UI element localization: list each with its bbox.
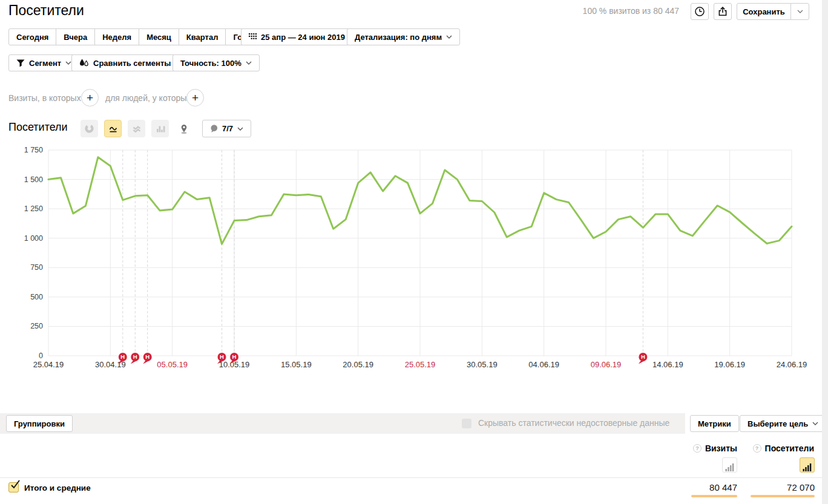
totals-visits-value: 80 447 <box>709 482 737 493</box>
hide-unreliable-checkbox[interactable] <box>462 419 472 428</box>
mini-bars-icon <box>725 463 734 472</box>
svg-text:H: H <box>641 353 645 360</box>
add-visits-filter-button[interactable]: + <box>81 89 99 106</box>
vertical-scrollbar[interactable] <box>822 0 828 504</box>
svg-text:25.05.19: 25.05.19 <box>405 360 436 369</box>
period-tab-today[interactable]: Сегодня <box>8 28 56 45</box>
page-title: Посетители <box>8 2 84 19</box>
period-tabs: Сегодня Вчера Неделя Месяц Квартал Год <box>8 28 255 45</box>
chart-type-area-button[interactable] <box>128 120 145 137</box>
people-filter-label: для людей, у которых <box>105 93 191 103</box>
date-range-button[interactable]: 25 апр — 24 июн 2019 <box>241 28 353 45</box>
totals-row-checkbox[interactable] <box>8 482 19 493</box>
segment-dropdown[interactable]: Сегмент <box>8 54 79 71</box>
comment-bubble-icon <box>210 125 218 133</box>
visits-chart-toggle[interactable] <box>722 457 737 473</box>
svg-text:19.06.19: 19.06.19 <box>714 360 745 369</box>
svg-text:0: 0 <box>39 352 43 360</box>
chart-title: Посетители <box>8 121 68 134</box>
svg-text:H: H <box>145 353 150 360</box>
visitors-chart-toggle[interactable] <box>800 457 815 473</box>
column-header-visits[interactable]: ? Визиты <box>693 443 737 453</box>
save-button[interactable]: Сохранить <box>737 3 791 20</box>
svg-text:750: 750 <box>30 263 43 272</box>
map-pin-icon <box>179 124 189 134</box>
visitors-share-bar <box>751 495 815 497</box>
svg-text:1 750: 1 750 <box>24 146 43 154</box>
svg-text:1 000: 1 000 <box>24 234 43 243</box>
checkmark-icon <box>10 480 21 489</box>
period-tab-month[interactable]: Месяц <box>139 28 179 45</box>
svg-text:09.06.19: 09.06.19 <box>591 360 622 369</box>
export-button[interactable] <box>714 3 732 20</box>
chart-type-columns-button[interactable] <box>151 120 169 137</box>
hide-unreliable-label: Скрывать статистически недостоверные дан… <box>478 418 669 428</box>
plus-icon: + <box>192 91 199 105</box>
stacked-area-icon <box>132 124 142 133</box>
share-icon <box>717 6 728 17</box>
metrics-button[interactable]: Метрики <box>690 415 739 432</box>
pie-chart-icon <box>85 124 94 133</box>
svg-text:25.04.19: 25.04.19 <box>33 360 64 369</box>
help-icon[interactable]: ? <box>693 444 702 453</box>
funnel-icon <box>16 59 25 67</box>
column-chart-icon <box>156 125 165 133</box>
svg-text:1 500: 1 500 <box>24 175 43 184</box>
metrica-visitors-report: Посетители 100 % визитов из 80 447 Сохра… <box>0 0 828 504</box>
svg-text:20.05.19: 20.05.19 <box>343 360 373 369</box>
chart-type-pie-button[interactable] <box>80 120 98 137</box>
visits-share-bar <box>691 495 737 497</box>
period-tab-week[interactable]: Неделя <box>94 28 139 45</box>
annotations-dropdown[interactable]: 7/7 <box>202 120 251 137</box>
svg-text:H: H <box>232 353 237 360</box>
divider <box>0 477 828 478</box>
svg-text:1 250: 1 250 <box>24 205 43 213</box>
svg-text:05.05.19: 05.05.19 <box>157 360 188 369</box>
period-tab-yesterday[interactable]: Вчера <box>56 28 95 45</box>
chevron-down-icon <box>446 35 452 39</box>
plus-icon: + <box>87 91 93 105</box>
map-view-button[interactable] <box>175 120 192 138</box>
help-icon[interactable]: ? <box>753 444 761 453</box>
totals-label: Итого и средние <box>24 483 91 493</box>
mini-bars-icon <box>803 463 812 472</box>
compare-segments-drops-icon <box>79 59 89 67</box>
column-header-visitors[interactable]: ? Посетители <box>753 443 814 453</box>
groupings-button[interactable]: Группировки <box>6 415 73 432</box>
totals-visitors-value: 72 070 <box>787 482 815 493</box>
choose-goal-dropdown[interactable]: Выберите цель <box>740 415 826 432</box>
clock-icon <box>694 6 705 17</box>
compare-segments-dropdown[interactable]: Сравнить сегменты <box>71 54 189 71</box>
line-chart-icon <box>108 125 118 133</box>
detalization-dropdown[interactable]: Детализация: по дням <box>347 28 460 45</box>
add-people-filter-button[interactable]: + <box>186 89 204 106</box>
calendar-grid-icon <box>249 33 257 41</box>
svg-text:H: H <box>133 353 137 360</box>
chevron-down-icon <box>246 61 252 65</box>
svg-text:04.06.19: 04.06.19 <box>528 360 559 369</box>
chart-type-line-button[interactable] <box>104 120 122 137</box>
accuracy-dropdown[interactable]: Точность: 100% <box>172 54 260 71</box>
svg-text:15.05.19: 15.05.19 <box>281 360 312 369</box>
visits-filter-label: Визиты, в которых <box>8 93 81 103</box>
history-button[interactable] <box>691 3 709 20</box>
svg-text:500: 500 <box>30 293 43 301</box>
chevron-down-icon <box>237 127 243 131</box>
svg-text:14.06.19: 14.06.19 <box>652 360 683 369</box>
chevron-down-icon <box>812 422 818 425</box>
save-dropdown-button[interactable] <box>790 3 809 20</box>
svg-text:24.06.19: 24.06.19 <box>777 360 807 369</box>
chevron-down-icon <box>797 10 803 13</box>
svg-text:H: H <box>120 353 125 360</box>
visitors-line-chart[interactable]: 02505007501 0001 2501 5001 75025.04.1930… <box>0 145 828 375</box>
chevron-down-icon <box>65 61 71 65</box>
sample-size-note: 100 % визитов из 80 447 <box>583 6 679 16</box>
period-tab-quarter[interactable]: Квартал <box>179 28 226 45</box>
svg-text:250: 250 <box>30 322 43 330</box>
svg-text:H: H <box>220 353 224 360</box>
svg-text:30.05.19: 30.05.19 <box>467 360 498 369</box>
